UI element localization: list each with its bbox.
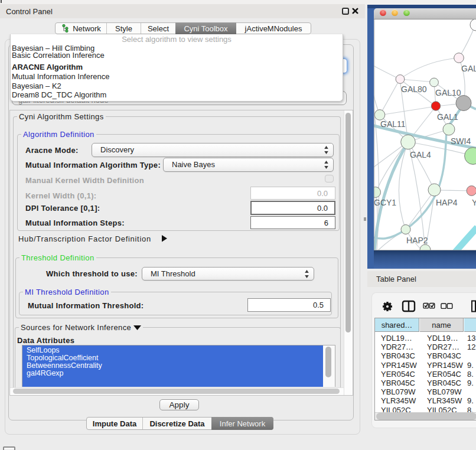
svg-text:HAP2: HAP2 — [406, 236, 428, 245]
svg-text:YJ: YJ — [472, 198, 476, 207]
svg-text:GAL10: GAL10 — [435, 88, 461, 97]
svg-text:SWI4: SWI4 — [451, 136, 471, 146]
svg-text:GAL2: GAL2 — [461, 64, 476, 73]
svg-text:HAP4: HAP4 — [436, 198, 458, 207]
svg-text:GAL80: GAL80 — [401, 84, 427, 94]
svg-text:GAL11: GAL11 — [380, 119, 406, 129]
svg-text:GAL4: GAL4 — [410, 150, 431, 159]
svg-text:GAL1: GAL1 — [437, 112, 458, 122]
svg-text:GCY1: GCY1 — [374, 198, 396, 207]
